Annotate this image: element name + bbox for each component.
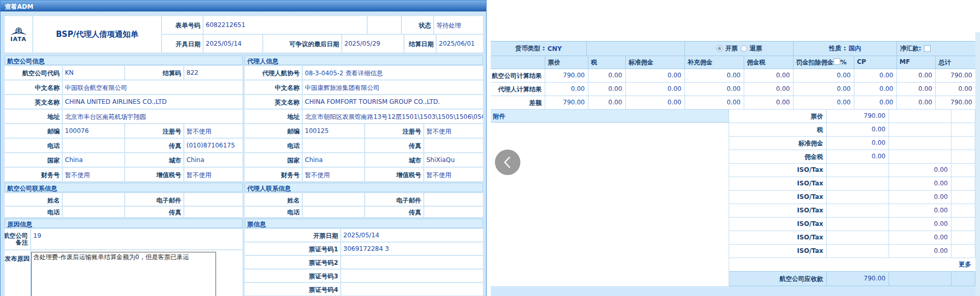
detail-label: 佣金税 bbox=[729, 150, 827, 163]
detail-label: ISO/Tax bbox=[729, 177, 827, 190]
ticket-no-4-value bbox=[341, 283, 483, 295]
col-mf-header: MF bbox=[897, 56, 936, 69]
vat-value: 暂不使用 bbox=[424, 168, 483, 181]
dispute-deadline-label: 可争议的最后日期 bbox=[263, 35, 341, 52]
zip-value: 100076 bbox=[63, 124, 124, 138]
reg-value: 暂不使用 bbox=[184, 124, 243, 138]
detail-row-comm-tax: 佣金税 0.00 bbox=[729, 150, 975, 164]
issue-radio[interactable] bbox=[716, 45, 723, 52]
address-value: 北京市丰台区南苑机场宇翔园 bbox=[63, 110, 243, 123]
calc-header-row: 票价 税 标准佣金 补充佣金 佣金税 罚金扣除佣金% CP MF 总计 bbox=[491, 56, 975, 69]
agent-result-row: 代理人计算结果 0.00 0.00 0.00 0.00 0.00 0.00 0.… bbox=[491, 83, 975, 96]
attachment-body bbox=[491, 123, 729, 279]
cell-std-comm: 0.00 bbox=[626, 83, 685, 96]
cn-name-value: 中国康辉旅游集团有限公司 bbox=[303, 80, 483, 94]
agent-column: 代理人信息 代理人航协号08-3-0405-2 查看详细信息 中文名称中国康辉旅… bbox=[245, 54, 483, 296]
refund-radio[interactable] bbox=[741, 45, 747, 52]
form-no-value: 6082212651 bbox=[204, 16, 367, 34]
fax-label: 传真 bbox=[365, 139, 423, 152]
calc-footer-band bbox=[491, 286, 975, 296]
cell-fare: 0.00 bbox=[545, 83, 588, 96]
detail-row-isotax: ISO/Tax 0.00 bbox=[729, 191, 975, 204]
iata-logo-text: IATA bbox=[10, 36, 26, 43]
contact-email-label: 电子邮件 bbox=[365, 193, 423, 206]
settlement-date-label: 结算日期 bbox=[405, 35, 436, 52]
cell-total: 0.00 bbox=[936, 83, 975, 96]
issue-radio-label: 开票 bbox=[726, 44, 738, 53]
cell-mf: 0.00 bbox=[897, 96, 936, 109]
phone-label: 电话 bbox=[5, 139, 62, 152]
col-std-comm-header: 标准佣金 bbox=[626, 56, 685, 69]
detail-label: ISO/Tax bbox=[729, 231, 827, 244]
reason-section-title: 原因信息 bbox=[5, 219, 243, 228]
net-remit-cell: 净汇款: bbox=[897, 42, 975, 56]
publish-reason-textarea[interactable]: 含处理费-作废后运输账单结算金额为0，但是客票已承运 bbox=[31, 252, 216, 296]
detail-label: ISO/Tax bbox=[729, 164, 827, 177]
currency-label: 货币类型 : bbox=[515, 44, 545, 53]
fax-label: 传真 bbox=[125, 139, 183, 152]
ticket-issue-date-label: 开票日期 bbox=[245, 229, 340, 241]
empty-band-cell bbox=[587, 42, 685, 56]
finance-label: 财务号 bbox=[245, 168, 302, 181]
more-row: 更多 bbox=[729, 258, 975, 272]
contact-email-value bbox=[184, 193, 243, 206]
publish-reason-label: 发布原因 bbox=[5, 250, 30, 296]
cn-name-label: 中文名称 bbox=[5, 80, 62, 94]
contact-phone-value bbox=[63, 207, 124, 217]
penalty-checkbox[interactable] bbox=[834, 58, 840, 65]
cell-comm-tax: 0.00 bbox=[744, 96, 794, 109]
phone-value bbox=[63, 139, 124, 152]
finance-value: 暂不使用 bbox=[303, 168, 364, 181]
row-label: 差额 bbox=[491, 96, 545, 109]
contact-phone-label: 电话 bbox=[5, 207, 62, 217]
issue-refund-cell: 开票 退票 bbox=[685, 42, 794, 56]
net-remit-checkbox[interactable] bbox=[924, 45, 931, 52]
doc-title: BSP/代理人借项通知单 bbox=[33, 16, 161, 52]
address-label: 地址 bbox=[245, 110, 302, 123]
reg-label: 注册号 bbox=[365, 124, 423, 138]
row-label-column-header bbox=[491, 56, 545, 69]
view-detail-link[interactable]: 查看详细信息 bbox=[345, 70, 383, 77]
settle-code-label: 结算码 bbox=[125, 66, 183, 79]
attachment-section-title: 附件 bbox=[491, 110, 729, 123]
contact-name-value bbox=[63, 193, 124, 206]
cell-penalty: 0.00 bbox=[794, 83, 854, 96]
more-link[interactable]: 更多 bbox=[959, 260, 971, 269]
cell-tax: 0.00 bbox=[588, 83, 626, 96]
detail-value: 0.00 bbox=[889, 245, 951, 258]
contact-fax-label: 传真 bbox=[125, 207, 183, 217]
detail-row-isotax: ISO/Tax 0.00 bbox=[729, 164, 975, 177]
detail-value: 0.00 bbox=[827, 137, 889, 150]
row-label: 航空公司计算结果 bbox=[491, 69, 545, 82]
cell-total: 790.00 bbox=[936, 69, 975, 82]
airline-code-label: 航空公司代码 bbox=[5, 66, 62, 79]
airline-contact-section-title: 航空公司联系信息 bbox=[5, 183, 243, 192]
detail-value: 0.00 bbox=[889, 218, 951, 231]
penalty-label: 罚金扣除佣金 bbox=[796, 59, 834, 66]
zip-value: 100125 bbox=[303, 124, 364, 138]
detail-label: 标准佣金 bbox=[729, 137, 827, 150]
col-supp-comm-header: 补充佣金 bbox=[685, 56, 744, 69]
cell-supp-comm: 0.00 bbox=[685, 96, 744, 109]
contact-phone-label: 电话 bbox=[245, 207, 302, 217]
en-name-value: CHINA UNITED AIRLINES CO.,LTD bbox=[63, 95, 243, 109]
doc-header-row-1: 表单号码 6082212651 状态 等待处理 bbox=[162, 16, 483, 34]
detail-row-fare: 票价 790.00 bbox=[729, 110, 975, 123]
attachment-zone: 附件 bbox=[491, 110, 729, 286]
agent-contact-section-title: 代理人联系信息 bbox=[245, 183, 483, 192]
collapse-panel-button[interactable] bbox=[495, 150, 520, 175]
cell-cp: 0.00 bbox=[854, 69, 897, 82]
difference-row: 差额 790.00 0.00 0.00 0.00 0.00 0.00 0.00 … bbox=[491, 96, 975, 110]
receivable-row: 航空公司应收款 790.00 bbox=[729, 272, 975, 286]
issue-date-value: 2025/05/14 bbox=[204, 35, 262, 52]
dispute-deadline-value: 2025/05/29 bbox=[342, 35, 404, 52]
agent-info-section-title: 代理人信息 bbox=[245, 56, 483, 65]
vat-label: 增值税号 bbox=[125, 168, 183, 181]
contact-fax-value bbox=[184, 207, 243, 217]
en-name-value: CHINA FOMFORT TOURISM GROUP CO.,LTD. bbox=[303, 95, 483, 109]
cell-supp-comm: 0.00 bbox=[685, 69, 744, 82]
detail-label: ISO/Tax bbox=[729, 218, 827, 231]
contact-fax-label: 传真 bbox=[365, 207, 423, 217]
vat-label: 增值税号 bbox=[365, 168, 423, 181]
receivable-label: 航空公司应收款 bbox=[729, 272, 827, 286]
